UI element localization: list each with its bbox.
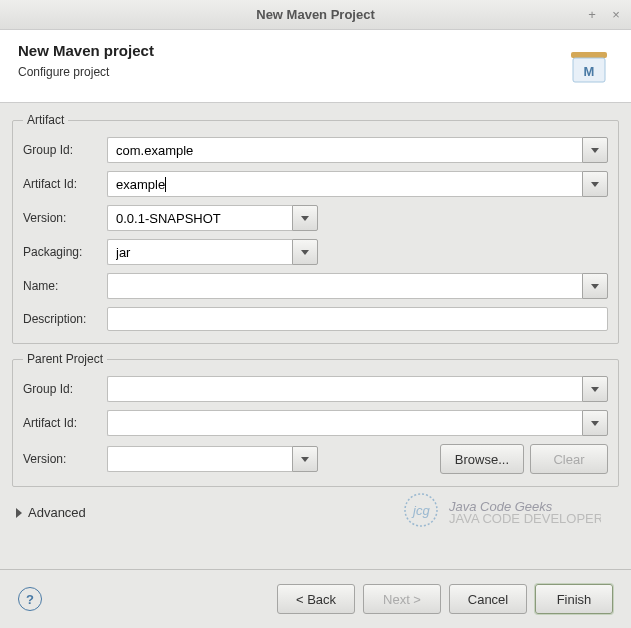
name-combo xyxy=(107,273,608,299)
name-label: Name: xyxy=(23,279,99,293)
window-title: New Maven Project xyxy=(256,7,375,22)
parent-group-id-input[interactable] xyxy=(107,376,582,402)
artifact-id-combo: example xyxy=(107,171,608,197)
name-dropdown-button[interactable] xyxy=(582,273,608,299)
artifact-id-input[interactable]: example xyxy=(107,171,582,197)
chevron-down-icon xyxy=(301,216,309,221)
group-id-row: Group Id: xyxy=(23,137,608,163)
text-cursor xyxy=(165,177,166,192)
description-input[interactable] xyxy=(107,307,608,331)
version-combo xyxy=(107,205,318,231)
packaging-label: Packaging: xyxy=(23,245,99,259)
parent-group-id-combo xyxy=(107,376,608,402)
chevron-right-icon xyxy=(16,508,22,518)
chevron-down-icon xyxy=(591,421,599,426)
titlebar: New Maven Project + × xyxy=(0,0,631,30)
group-id-input[interactable] xyxy=(107,137,582,163)
close-icon: × xyxy=(612,7,620,22)
version-row: Version: xyxy=(23,205,608,231)
chevron-down-icon xyxy=(301,457,309,462)
chevron-down-icon xyxy=(591,148,599,153)
content-area: Artifact Group Id: Artifact Id: example xyxy=(0,103,631,569)
group-id-combo xyxy=(107,137,608,163)
clear-button[interactable]: Clear xyxy=(530,444,608,474)
artifact-id-label: Artifact Id: xyxy=(23,177,99,191)
name-input[interactable] xyxy=(107,273,582,299)
parent-version-input[interactable] xyxy=(107,446,292,472)
parent-group-id-dropdown-button[interactable] xyxy=(582,376,608,402)
packaging-row: Packaging: xyxy=(23,239,608,265)
cancel-button[interactable]: Cancel xyxy=(449,584,527,614)
parent-group-id-label: Group Id: xyxy=(23,382,99,396)
plus-icon: + xyxy=(588,7,596,22)
parent-artifact-id-label: Artifact Id: xyxy=(23,416,99,430)
chevron-down-icon xyxy=(301,250,309,255)
artifact-id-row: Artifact Id: example xyxy=(23,171,608,197)
parent-version-label: Version: xyxy=(23,452,99,466)
help-icon: ? xyxy=(26,592,34,607)
version-label: Version: xyxy=(23,211,99,225)
browse-button[interactable]: Browse... xyxy=(440,444,524,474)
packaging-combo xyxy=(107,239,318,265)
finish-button[interactable]: Finish xyxy=(535,584,613,614)
parent-version-dropdown-button[interactable] xyxy=(292,446,318,472)
svg-rect-0 xyxy=(571,52,607,58)
parent-version-combo xyxy=(107,446,318,472)
back-button[interactable]: < Back xyxy=(277,584,355,614)
parent-artifact-id-combo xyxy=(107,410,608,436)
next-button[interactable]: Next > xyxy=(363,584,441,614)
page-title: New Maven project xyxy=(18,42,154,59)
maven-icon: M xyxy=(565,42,613,90)
svg-text:M: M xyxy=(584,64,595,79)
parent-version-row: Version: Browse... Clear xyxy=(23,444,608,474)
group-id-dropdown-button[interactable] xyxy=(582,137,608,163)
name-row: Name: xyxy=(23,273,608,299)
parent-legend: Parent Project xyxy=(23,352,107,366)
artifact-legend: Artifact xyxy=(23,113,68,127)
window-controls: + × xyxy=(583,6,625,24)
chevron-down-icon xyxy=(591,387,599,392)
advanced-toggle[interactable]: Advanced xyxy=(12,495,619,530)
header-text: New Maven project Configure project xyxy=(18,42,154,79)
parent-project-group: Parent Project Group Id: Artifact Id: xyxy=(12,352,619,487)
parent-artifact-id-dropdown-button[interactable] xyxy=(582,410,608,436)
version-dropdown-button[interactable] xyxy=(292,205,318,231)
artifact-id-dropdown-button[interactable] xyxy=(582,171,608,197)
parent-group-id-row: Group Id: xyxy=(23,376,608,402)
chevron-down-icon xyxy=(591,284,599,289)
page-subtitle: Configure project xyxy=(18,65,154,79)
artifact-group: Artifact Group Id: Artifact Id: example xyxy=(12,113,619,344)
packaging-dropdown-button[interactable] xyxy=(292,239,318,265)
footer-buttons: < Back Next > Cancel Finish xyxy=(277,584,613,614)
description-label: Description: xyxy=(23,312,99,326)
parent-artifact-id-row: Artifact Id: xyxy=(23,410,608,436)
advanced-label: Advanced xyxy=(28,505,86,520)
wizard-header: New Maven project Configure project M xyxy=(0,30,631,103)
group-id-label: Group Id: xyxy=(23,143,99,157)
description-row: Description: xyxy=(23,307,608,331)
minimize-button[interactable]: + xyxy=(583,6,601,24)
chevron-down-icon xyxy=(591,182,599,187)
version-input[interactable] xyxy=(107,205,292,231)
parent-artifact-id-input[interactable] xyxy=(107,410,582,436)
packaging-input[interactable] xyxy=(107,239,292,265)
close-button[interactable]: × xyxy=(607,6,625,24)
wizard-footer: ? < Back Next > Cancel Finish xyxy=(0,569,631,628)
parent-buttons: Browse... Clear xyxy=(440,444,608,474)
help-button[interactable]: ? xyxy=(18,587,42,611)
